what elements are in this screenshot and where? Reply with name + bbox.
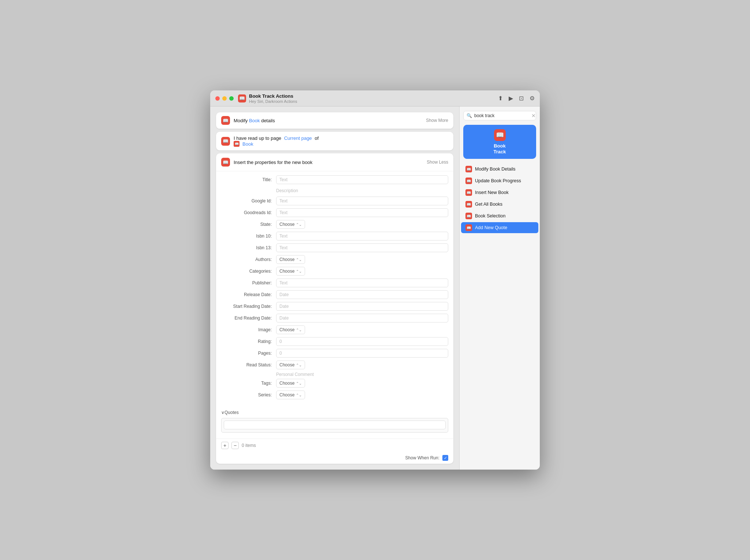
insert-book-sidebar-icon: 📖 bbox=[465, 189, 472, 196]
form-row-image: Image: Choose ⌃⌄ bbox=[221, 325, 448, 335]
select-image[interactable]: Choose ⌃⌄ bbox=[276, 325, 305, 334]
insert-book-sidebar-label: Insert New Book bbox=[475, 190, 509, 195]
form-row-goodreads-id: Goodreads Id: bbox=[221, 208, 448, 217]
quotes-header[interactable]: ∨ Quotes bbox=[221, 410, 448, 415]
app-icon: 📖 bbox=[238, 94, 246, 102]
screen-icon[interactable]: ⊡ bbox=[519, 95, 524, 102]
label-series: Series: bbox=[221, 392, 276, 397]
select-series[interactable]: Choose ⌃⌄ bbox=[276, 391, 305, 399]
titlebar-actions: ⬆ ▶ ⊡ ⚙ bbox=[498, 95, 535, 102]
show-less-button[interactable]: Show Less bbox=[427, 160, 448, 165]
insert-block: 📖 Insert the properties for the new book… bbox=[216, 153, 453, 464]
quotes-chevron-icon: ∨ bbox=[221, 410, 224, 415]
search-input[interactable] bbox=[474, 113, 529, 118]
sidebar-item-update-progress[interactable]: 📖 Update Book Progress bbox=[461, 175, 538, 186]
update-progress-sidebar-icon: 📖 bbox=[465, 178, 472, 184]
main-layout: 📖 Modify Book details Show More 📖 I have… bbox=[210, 107, 540, 470]
maximize-button[interactable] bbox=[229, 96, 234, 101]
select-series-value: Choose bbox=[279, 392, 294, 397]
modify-book-icon: 📖 bbox=[221, 116, 230, 125]
label-isbn10: Isbn 10: bbox=[221, 234, 276, 239]
input-end-reading-date[interactable] bbox=[276, 314, 448, 322]
select-read-status[interactable]: Choose ⌃⌄ bbox=[276, 361, 305, 369]
input-pages[interactable] bbox=[276, 349, 448, 358]
form-row-series: Series: Choose ⌃⌄ bbox=[221, 390, 448, 400]
select-categories-arrows: ⌃⌄ bbox=[296, 269, 302, 273]
minimize-button[interactable] bbox=[222, 96, 227, 101]
book-selection-sidebar-label: Book Selection bbox=[475, 213, 505, 219]
search-icon: 🔍 bbox=[467, 113, 472, 118]
sidebar-item-book-selection[interactable]: 📖 Book Selection bbox=[461, 210, 538, 221]
sidebar-item-add-quote[interactable]: 📖 Add New Quote bbox=[461, 222, 538, 233]
form-row-end-reading-date: End Reading Date: bbox=[221, 313, 448, 323]
select-state-arrows: ⌃⌄ bbox=[296, 223, 302, 227]
label-publisher: Publisher: bbox=[221, 280, 276, 285]
label-categories: Categories: bbox=[221, 269, 276, 274]
insert-title: Insert the properties for the new book bbox=[234, 160, 427, 165]
input-google-id[interactable] bbox=[276, 197, 448, 205]
sidebar-item-get-all-books[interactable]: 📖 Get All Books bbox=[461, 199, 538, 210]
form-row-google-id: Google Id: bbox=[221, 196, 448, 206]
select-authors[interactable]: Choose ⌃⌄ bbox=[276, 255, 305, 264]
show-when-run-label: Show When Run: bbox=[405, 455, 439, 460]
remove-item-button[interactable]: − bbox=[231, 442, 239, 449]
search-clear-icon[interactable]: ✕ bbox=[531, 113, 536, 119]
input-isbn10[interactable] bbox=[276, 232, 448, 240]
app-tile[interactable]: 📖 BookTrack bbox=[463, 125, 536, 159]
label-isbn13: Isbn 13: bbox=[221, 245, 276, 250]
select-authors-value: Choose bbox=[279, 257, 294, 262]
select-state[interactable]: Choose ⌃⌄ bbox=[276, 220, 305, 229]
label-release-date: Release Date: bbox=[221, 292, 276, 297]
modify-book-sidebar-icon: 📖 bbox=[465, 166, 472, 172]
title-group: Book Track Actions Hey Siri, Darkroom Ac… bbox=[249, 93, 297, 104]
input-goodreads-id[interactable] bbox=[276, 208, 448, 217]
input-publisher[interactable] bbox=[276, 279, 448, 287]
form-row-authors: Authors: Choose ⌃⌄ bbox=[221, 255, 448, 264]
select-state-value: Choose bbox=[279, 222, 294, 227]
form-row-pages: Pages: bbox=[221, 348, 448, 358]
select-tags-arrows: ⌃⌄ bbox=[296, 381, 302, 385]
label-tags: Tags: bbox=[221, 381, 276, 386]
select-series-arrows: ⌃⌄ bbox=[296, 393, 302, 397]
app-tile-label: BookTrack bbox=[494, 143, 506, 154]
select-categories[interactable]: Choose ⌃⌄ bbox=[276, 267, 305, 276]
input-title[interactable] bbox=[276, 175, 448, 184]
app-tile-icon: 📖 bbox=[494, 129, 506, 141]
traffic-lights bbox=[215, 96, 234, 101]
main-window: 📖 Book Track Actions Hey Siri, Darkroom … bbox=[210, 90, 540, 470]
show-more-button[interactable]: Show More bbox=[426, 118, 448, 123]
add-quote-sidebar-label: Add New Quote bbox=[475, 225, 507, 230]
window-title: Book Track Actions bbox=[249, 93, 297, 99]
quotes-content bbox=[221, 418, 448, 433]
input-release-date[interactable] bbox=[276, 290, 448, 299]
label-end-reading-date: End Reading Date: bbox=[221, 316, 276, 321]
input-rating[interactable] bbox=[276, 337, 448, 346]
close-button[interactable] bbox=[215, 96, 220, 101]
form-row-start-reading-date: Start Reading Date: bbox=[221, 302, 448, 311]
show-when-run-row: Show When Run: ✓ bbox=[216, 452, 453, 464]
label-google-id: Google Id: bbox=[221, 198, 276, 204]
form-row-isbn13: Isbn 13: bbox=[221, 243, 448, 253]
modify-book-title: Modify Book details bbox=[234, 118, 426, 123]
label-image: Image: bbox=[221, 327, 276, 332]
share-icon[interactable]: ⬆ bbox=[498, 95, 503, 102]
read-page-icon: 📖 bbox=[221, 137, 230, 146]
play-icon[interactable]: ▶ bbox=[509, 95, 513, 102]
items-count: 0 items bbox=[242, 443, 256, 448]
sidebar-item-insert-book[interactable]: 📖 Insert New Book bbox=[461, 187, 538, 198]
add-quote-sidebar-icon: 📖 bbox=[465, 224, 472, 231]
sidebar-item-modify-book[interactable]: 📖 Modify Book Details bbox=[461, 164, 538, 175]
titlebar: 📖 Book Track Actions Hey Siri, Darkroom … bbox=[210, 90, 540, 107]
label-pages: Pages: bbox=[221, 351, 276, 356]
input-start-reading-date[interactable] bbox=[276, 302, 448, 311]
add-item-button[interactable]: + bbox=[221, 442, 229, 449]
personal-comment-label: Personal Comment bbox=[276, 372, 448, 377]
insert-header: 📖 Insert the properties for the new book… bbox=[216, 153, 453, 171]
show-when-run-checkbox[interactable]: ✓ bbox=[442, 455, 448, 461]
select-authors-arrows: ⌃⌄ bbox=[296, 258, 302, 262]
select-image-value: Choose bbox=[279, 327, 294, 332]
input-isbn13[interactable] bbox=[276, 243, 448, 252]
settings-icon[interactable]: ⚙ bbox=[530, 95, 535, 102]
read-page-block: 📖 I have read up to page Current page of… bbox=[216, 132, 453, 150]
select-tags[interactable]: Choose ⌃⌄ bbox=[276, 379, 305, 388]
